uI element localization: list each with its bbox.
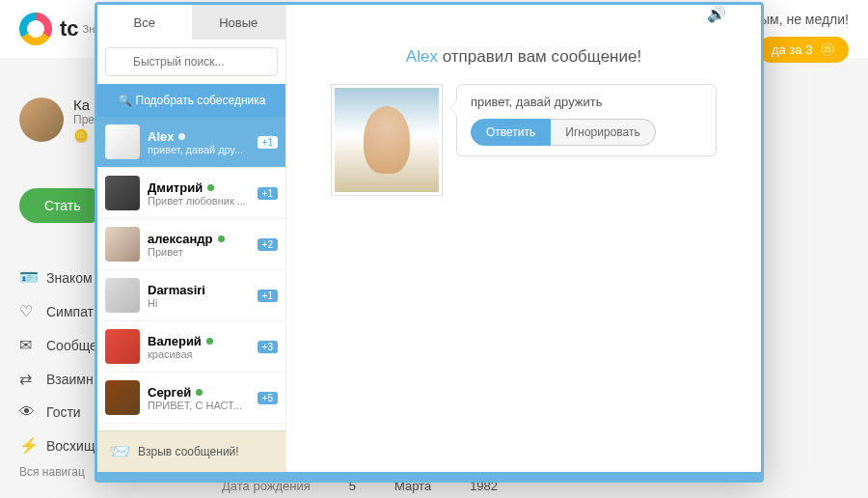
online-dot-icon bbox=[196, 389, 203, 396]
reply-button[interactable]: Ответить bbox=[471, 119, 551, 146]
nav-label: Сообще bbox=[46, 338, 97, 353]
unread-badge: +1 bbox=[258, 187, 278, 200]
mail-icon: ✉ bbox=[19, 336, 37, 354]
find-match-label: Подобрать собеседника bbox=[136, 94, 266, 107]
unread-badge: +1 bbox=[258, 290, 278, 302]
message-bubble: привет, давай дружить Ответить Игнориров… bbox=[456, 84, 717, 156]
nav-label: Симпат bbox=[46, 304, 94, 319]
contact-item[interactable]: Валерийкрасивая+3 bbox=[97, 321, 285, 373]
contact-name: Alex bbox=[148, 129, 174, 144]
unread-badge: +5 bbox=[258, 392, 278, 404]
search-icon: 🔍 bbox=[118, 94, 132, 107]
nav-label: Взаимн bbox=[46, 372, 94, 387]
contacts-list: Alexпривет, давай дру...+1ДмитрийПривет … bbox=[97, 117, 285, 430]
contact-name: Дмитрий bbox=[148, 180, 203, 195]
search-input[interactable] bbox=[105, 47, 278, 76]
contact-avatar bbox=[105, 380, 140, 415]
heart-icon: ♡ bbox=[19, 302, 37, 320]
shuffle-icon: ⇄ bbox=[19, 370, 37, 388]
id-card-icon: 🪪 bbox=[19, 268, 37, 287]
online-dot-icon bbox=[218, 235, 225, 242]
title-rest: отправил вам сообщение! bbox=[438, 47, 641, 66]
user-name: Ка bbox=[73, 97, 95, 113]
unread-badge: +1 bbox=[258, 136, 278, 149]
contact-name: александр bbox=[148, 232, 213, 246]
main-nav: 🪪Знаком ♡Симпат ✉Сообще ⇄Взаимн 👁Гости ⚡… bbox=[19, 261, 97, 462]
conversations-sidebar: Все Новые 🔍 🔍Подобрать собеседника Alexп… bbox=[97, 5, 286, 472]
conversation-title: Alex отправил вам сообщение! bbox=[406, 47, 641, 67]
conversation-pane: Alex отправил вам сообщение! привет, дав… bbox=[286, 5, 761, 472]
nav-guests[interactable]: 👁Гости bbox=[19, 396, 97, 429]
eye-icon: 👁 bbox=[19, 403, 37, 421]
become-button[interactable]: Стать bbox=[19, 188, 106, 223]
user-avatar[interactable] bbox=[19, 97, 64, 142]
contact-item[interactable]: александрПривет+2 bbox=[97, 219, 285, 270]
nav-label: Знаком bbox=[46, 270, 93, 286]
tab-all[interactable]: Все bbox=[97, 5, 192, 40]
footer-nav-link[interactable]: Вся навигац bbox=[19, 465, 85, 479]
promo-cta-button[interactable]: да за 3 🪙 bbox=[758, 37, 849, 63]
online-dot-icon bbox=[206, 338, 213, 345]
modal-bottom-bar bbox=[97, 472, 761, 480]
contact-item[interactable]: Alexпривет, давай дру...+1 bbox=[97, 117, 285, 168]
online-dot-icon bbox=[207, 184, 214, 191]
close-icon[interactable]: ✕ bbox=[736, 3, 755, 23]
nav-label: Гости bbox=[46, 404, 81, 420]
sender-photo[interactable] bbox=[331, 84, 443, 196]
burst-banner-label: Взрыв сообщений! bbox=[138, 445, 239, 458]
promo-banner-text: ым, не медли! bbox=[760, 12, 849, 27]
find-match-button[interactable]: 🔍Подобрать собеседника bbox=[97, 84, 285, 117]
contact-item[interactable]: ДмитрийПривет любовник ...+1 bbox=[97, 168, 285, 219]
contact-preview: ПРИВЕТ, С НАСТ... bbox=[148, 400, 254, 411]
tab-new[interactable]: Новые bbox=[192, 5, 286, 40]
sender-name: Alex bbox=[406, 47, 438, 66]
nav-messages[interactable]: ✉Сообще bbox=[19, 328, 97, 362]
coins-icon: 🪙 bbox=[820, 42, 835, 57]
contact-item[interactable]: DarmasiriHi+1 bbox=[97, 270, 285, 321]
contact-preview: Привет bbox=[148, 246, 254, 258]
user-subtitle: Пре bbox=[73, 113, 95, 126]
contact-preview: красивая bbox=[148, 348, 254, 360]
site-logo-text: tc bbox=[60, 16, 79, 42]
envelope-burst-icon: 📨 bbox=[109, 441, 130, 462]
contact-avatar bbox=[105, 227, 140, 262]
contact-name: Сергей bbox=[148, 385, 191, 400]
nav-admire[interactable]: ⚡Восхищ bbox=[19, 429, 97, 462]
contact-name: Валерий bbox=[148, 334, 202, 348]
unread-badge: +3 bbox=[258, 341, 278, 353]
ignore-button[interactable]: Игнорировать bbox=[551, 119, 655, 146]
nav-mutual[interactable]: ⇄Взаимн bbox=[19, 362, 97, 396]
promo-cta-label: да за 3 bbox=[772, 42, 812, 57]
contact-preview: Привет любовник ... bbox=[148, 195, 254, 207]
nav-label: Восхищ bbox=[46, 438, 95, 454]
burst-banner[interactable]: 📨 Взрыв сообщений! bbox=[97, 430, 285, 472]
messages-modal: 🔊 ✕ Все Новые 🔍 🔍Подобрать собеседника A… bbox=[95, 2, 764, 483]
contact-avatar bbox=[105, 278, 140, 313]
message-text: привет, давай дружить bbox=[471, 95, 702, 109]
contact-avatar bbox=[105, 176, 140, 210]
coins-mini-icon: 🪙 bbox=[73, 128, 95, 143]
contact-avatar bbox=[105, 329, 140, 364]
nav-dating[interactable]: 🪪Знаком bbox=[19, 261, 97, 294]
contact-avatar bbox=[105, 124, 140, 159]
sound-icon[interactable]: 🔊 bbox=[707, 3, 726, 23]
unread-badge: +2 bbox=[258, 238, 278, 251]
bolt-icon: ⚡ bbox=[19, 436, 37, 455]
contact-item[interactable]: СергейПРИВЕТ, С НАСТ...+5 bbox=[97, 373, 285, 424]
nav-likes[interactable]: ♡Симпат bbox=[19, 294, 97, 328]
contact-preview: привет, давай дру... bbox=[148, 144, 254, 155]
online-dot-icon bbox=[178, 133, 185, 140]
contact-preview: Hi bbox=[148, 297, 254, 309]
contact-name: Darmasiri bbox=[148, 283, 205, 297]
site-logo-icon bbox=[19, 13, 52, 45]
